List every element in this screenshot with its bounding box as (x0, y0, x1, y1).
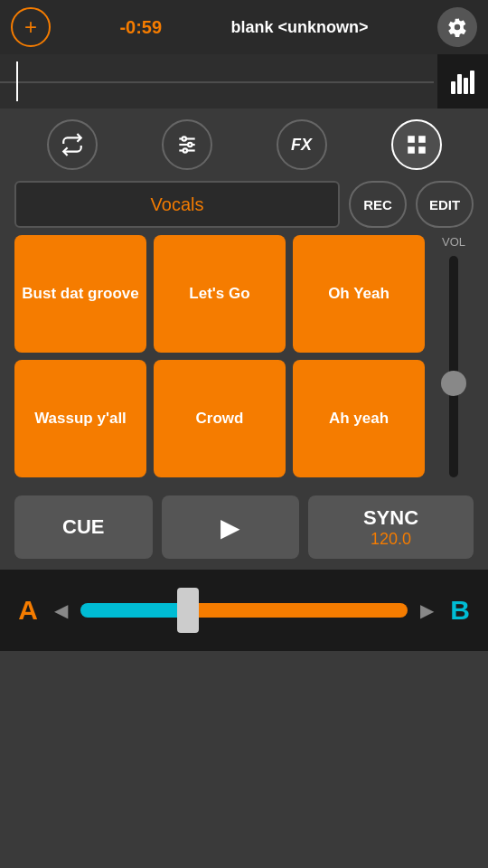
rec-button[interactable]: REC (349, 181, 407, 228)
svg-rect-9 (418, 146, 426, 154)
svg-rect-8 (408, 146, 415, 154)
svg-rect-6 (408, 136, 415, 143)
pad-grid: Bust dat groove Let's Go Oh Yeah Wassup … (14, 235, 425, 477)
eq-button[interactable] (162, 119, 212, 170)
main-section: Bust dat groove Let's Go Oh Yeah Wassup … (0, 235, 488, 485)
track-title: blank <unknown> (231, 18, 369, 37)
bpm-display: 120.0 (371, 530, 411, 549)
pad-5[interactable]: Crowd (154, 360, 286, 477)
sync-button[interactable]: SYNC 120.0 (308, 495, 474, 559)
header: + -0:59 blank <unknown> (0, 0, 488, 54)
channel-name-button[interactable]: Vocals (14, 181, 340, 228)
svg-point-4 (188, 143, 192, 146)
grid-icon (405, 133, 428, 156)
loop-icon (61, 133, 84, 156)
volume-thumb[interactable] (441, 371, 466, 396)
bottom-controls: CUE ▶ SYNC 120.0 (0, 485, 488, 570)
crossfader-label-a: A (14, 595, 42, 626)
eq-icon (175, 133, 199, 156)
waveform-line (0, 81, 434, 83)
grid-button[interactable] (391, 119, 442, 170)
pad-6[interactable]: Ah yeah (293, 360, 425, 477)
crossfader-arrow-right[interactable]: ▶ (417, 596, 437, 625)
gear-icon (447, 17, 467, 37)
play-button[interactable]: ▶ (162, 495, 300, 559)
toolbar: FX (0, 108, 488, 181)
crossfader-arrow-left[interactable]: ◀ (51, 596, 71, 625)
settings-button[interactable] (437, 7, 477, 47)
crossfader-section: A ◀ ▶ B (0, 570, 488, 651)
cue-button[interactable]: CUE (14, 495, 153, 559)
svg-rect-7 (418, 136, 426, 143)
add-button[interactable]: + (11, 7, 51, 47)
channel-row: Vocals REC EDIT (0, 181, 488, 228)
vol-label: VOL (442, 235, 465, 249)
pad-2[interactable]: Let's Go (154, 235, 286, 353)
loop-button[interactable] (47, 119, 98, 170)
volume-slider[interactable] (449, 256, 458, 477)
crossfader-thumb[interactable] (177, 588, 199, 633)
plus-icon: + (24, 14, 37, 40)
svg-point-3 (182, 137, 185, 140)
waveform-controls (437, 54, 488, 108)
sync-label: SYNC (363, 506, 418, 530)
fx-button[interactable]: FX (277, 119, 327, 170)
crossfader-label-b: B (446, 595, 474, 626)
volume-section: VOL (434, 235, 474, 477)
edit-button[interactable]: EDIT (416, 181, 474, 228)
play-icon: ▶ (221, 513, 240, 542)
pad-4[interactable]: Wassup y'all (14, 360, 146, 477)
waveform-area (0, 54, 488, 108)
crossfader-left-fill (80, 603, 188, 618)
bars-icon (451, 69, 474, 94)
timer-display: -0:59 (119, 17, 162, 38)
waveform-marker (16, 61, 18, 101)
pad-1[interactable]: Bust dat groove (14, 235, 146, 353)
svg-point-5 (183, 148, 186, 152)
fx-label: FX (291, 136, 312, 155)
crossfader-track[interactable] (80, 603, 408, 618)
crossfader-right-fill (188, 603, 408, 618)
pad-3[interactable]: Oh Yeah (293, 235, 425, 353)
